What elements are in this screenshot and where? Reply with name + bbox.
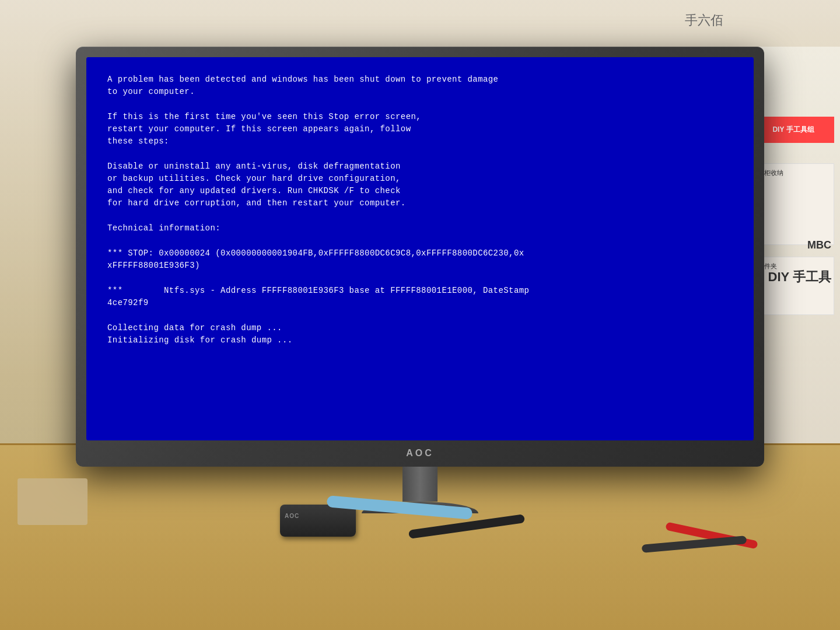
wall-text: 手六佰 (685, 12, 723, 29)
box-label-2: 文件夹 (752, 257, 834, 315)
adapter-brand-label: AOC (285, 513, 299, 519)
bsod-blank-2 (107, 148, 733, 160)
bsod-line-5: restart your computer. If this screen ap… (107, 123, 733, 135)
bsod-line-10: and check for any updated drivers. Run C… (107, 185, 733, 197)
diy-label: DIY 手工具 (768, 268, 831, 286)
bsod-line-18: *** Ntfs.sys - Address FFFFF88001E936F3 … (107, 285, 733, 297)
bsod-line-4: If this is the first time you've seen th… (107, 111, 733, 123)
bsod-line-19: 4ce792f9 (107, 297, 733, 309)
bsod-line-2: to your computer. (107, 86, 733, 98)
bsod-blank-5 (107, 272, 733, 285)
bsod-line-11: for hard drive corruption, and then rest… (107, 197, 733, 209)
desk-items: AOC (0, 443, 840, 630)
bsod-screen: A problem has been detected and windows … (86, 57, 754, 440)
bsod-line-21: Collecting data for crash dump ... (107, 322, 733, 334)
cable-black-2 (642, 536, 747, 553)
desk-item-left (18, 478, 88, 525)
box-label-1: 箱柜收纳 (752, 163, 834, 245)
monitor: A problem has been detected and windows … (76, 47, 764, 490)
bsod-line-13: Technical information: (107, 222, 733, 235)
bsod-line-8: Disable or uninstall any anti-virus, dis… (107, 160, 733, 173)
bsod-blank-6 (107, 309, 733, 322)
monitor-bezel: A problem has been detected and windows … (76, 47, 764, 467)
bsod-line-22: Initializing disk for crash dump ... (107, 334, 733, 346)
mbc-label: MBC (807, 239, 831, 251)
power-adapter: AOC (280, 505, 356, 537)
bsod-line-6: these steps: (107, 135, 733, 148)
bsod-line-16: xFFFFF88001E936F3) (107, 260, 733, 272)
bsod-blank-1 (107, 98, 733, 111)
sticker-label: DIY 手工具组 (752, 117, 834, 143)
bsod-line-9: or backup utilities. Check your hard dri… (107, 173, 733, 185)
bsod-line-1: A problem has been detected and windows … (107, 74, 733, 86)
bsod-blank-4 (107, 235, 733, 247)
monitor-screen: A problem has been detected and windows … (86, 57, 754, 440)
bsod-line-15: *** STOP: 0x00000024 (0x00000000001904FB… (107, 247, 733, 260)
bsod-blank-3 (107, 209, 733, 222)
